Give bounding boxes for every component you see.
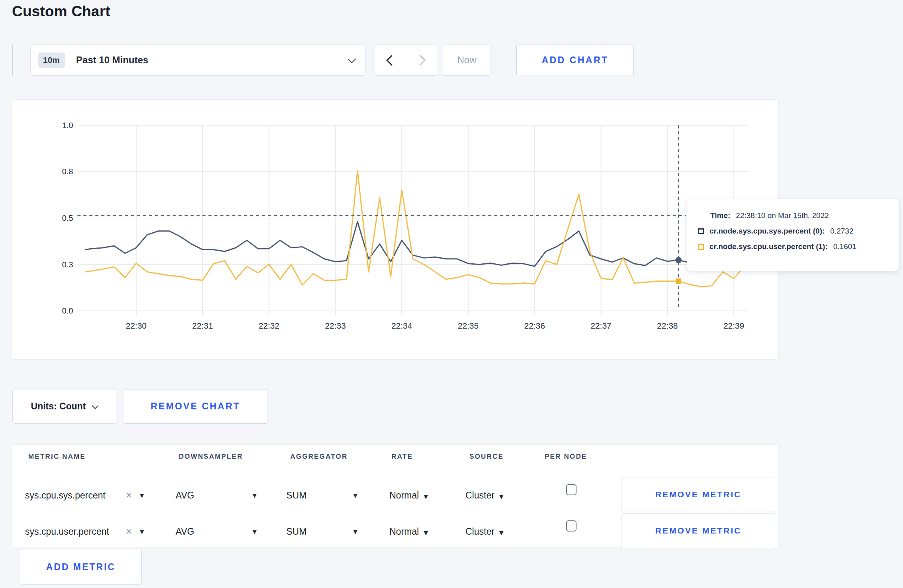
downsampler-select[interactable]: AVG (176, 525, 194, 538)
downsampler-select[interactable]: AVG (176, 489, 194, 502)
col-header-source: SOURCE (469, 453, 504, 461)
x-axis-tick-label: 22:37 (590, 321, 611, 330)
aggregator-caret-icon[interactable]: ▼ (353, 525, 358, 538)
x-axis-tick-label: 22:38 (657, 321, 678, 330)
source-select[interactable]: Cluster▼ (465, 525, 504, 538)
x-axis-tick-label: 22:35 (458, 321, 479, 330)
x-axis-tick-label: 22:30 (126, 321, 147, 330)
col-header-per-node: PER NODE (545, 453, 587, 461)
per-node-checkbox[interactable] (566, 520, 577, 532)
tooltip-sys-label: cr.node.sys.cpu.sys.percent (0): (710, 227, 825, 236)
next-interval-button[interactable] (406, 45, 437, 75)
tooltip-user-value: 0.1601 (833, 242, 856, 251)
cpu-line-chart: 1.00.80.50.30.022:3022:3122:3222:3322:34… (12, 100, 778, 359)
aggregator-select[interactable]: SUM (286, 525, 307, 538)
tooltip-series-row: cr.node.sys.cpu.sys.percent (0): 0.2732 (698, 227, 899, 236)
rate-value: Normal (389, 490, 419, 500)
page-title: Custom Chart (12, 3, 110, 20)
rate-caret-icon: ▼ (424, 493, 428, 500)
user-series-hover-dot (676, 278, 681, 284)
metric-name-value[interactable]: sys.cpu.user.percent (25, 525, 109, 538)
metric-name-value[interactable]: sys.cpu.sys.percent (25, 489, 106, 502)
x-axis-tick-label: 22:34 (391, 321, 412, 330)
x-axis-tick-label: 22:33 (325, 321, 346, 330)
x-axis-tick-label: 22:36 (524, 321, 545, 330)
tooltip-sys-value: 0.2732 (830, 227, 853, 236)
col-header-aggregator: AGGREGATOR (290, 453, 348, 461)
time-step-button-group (375, 45, 437, 76)
y-axis-tick-label: 0.0 (62, 306, 73, 315)
x-axis-tick-label: 22:39 (723, 321, 744, 330)
rate-select[interactable]: Normal▼ (389, 525, 428, 538)
y-axis-tick-label: 1.0 (62, 121, 73, 130)
chart-card[interactable]: 1.00.80.50.30.022:3022:3122:3222:3322:34… (12, 99, 779, 360)
time-range-label: Past 10 Minutes (76, 55, 148, 66)
prev-interval-button[interactable] (375, 45, 406, 75)
chevron-down-icon (348, 55, 356, 63)
rate-value: Normal (389, 526, 419, 537)
rate-caret-icon: ▼ (424, 530, 428, 536)
y-axis-tick-label: 0.3 (62, 260, 73, 269)
y-axis-tick-label: 0.8 (62, 167, 73, 176)
units-dropdown[interactable]: Units: Count (12, 389, 116, 424)
remove-metric-x-icon[interactable]: × (126, 489, 132, 502)
source-caret-icon: ▼ (499, 493, 504, 500)
sys-series-swatch-icon (698, 228, 704, 234)
remove-chart-button[interactable]: REMOVE CHART (123, 389, 268, 424)
chevron-right-icon (415, 55, 426, 66)
remove-metric-x-icon[interactable]: × (126, 525, 132, 538)
per-node-checkbox[interactable] (566, 484, 577, 495)
remove-metric-button[interactable]: REMOVE METRIC (622, 477, 775, 512)
source-select[interactable]: Cluster▼ (465, 489, 504, 502)
col-header-metric-name: METRIC NAME (28, 453, 86, 461)
downsampler-caret-icon[interactable]: ▼ (252, 525, 257, 538)
tooltip-series-row: cr.node.sys.cpu.user.percent (1): 0.1601 (698, 242, 899, 251)
add-chart-button[interactable]: ADD CHART (516, 45, 634, 76)
time-range-badge: 10m (38, 53, 65, 68)
units-label: Units: Count (31, 401, 86, 412)
add-metric-button[interactable]: ADD METRIC (20, 549, 142, 585)
col-header-rate: RATE (391, 453, 413, 461)
now-button[interactable]: Now (443, 45, 491, 76)
metric-dropdown-caret-icon[interactable]: ▼ (140, 489, 144, 502)
rate-select[interactable]: Normal▼ (389, 489, 428, 502)
tooltip-user-label: cr.node.sys.cpu.user.percent (1): (710, 242, 828, 251)
source-caret-icon: ▼ (499, 530, 504, 536)
series-line (85, 222, 748, 266)
x-axis-tick-label: 22:31 (192, 321, 213, 330)
chevron-down-icon (92, 402, 99, 409)
tooltip-time-row: Time: 22:38:10 on Mar 15th, 2022 (710, 211, 899, 220)
col-header-downsampler: DOWNSAMPLER (179, 453, 243, 461)
chart-tooltip: Time: 22:38:10 on Mar 15th, 2022 cr.node… (687, 199, 899, 271)
time-range-dropdown[interactable]: 10m Past 10 Minutes (30, 45, 366, 76)
y-axis-tick-label: 0.5 (62, 214, 73, 222)
metric-dropdown-caret-icon[interactable]: ▼ (140, 525, 144, 538)
source-value: Cluster (465, 490, 494, 500)
aggregator-select[interactable]: SUM (286, 489, 307, 502)
tooltip-time-label: Time: (710, 211, 730, 220)
aggregator-caret-icon[interactable]: ▼ (353, 489, 358, 502)
remove-metric-button[interactable]: REMOVE METRIC (622, 513, 775, 548)
toolbar-divider (12, 45, 13, 76)
tooltip-time-value: 22:38:10 on Mar 15th, 2022 (736, 211, 829, 220)
x-axis-tick-label: 22:32 (258, 321, 279, 330)
metrics-table: METRIC NAME DOWNSAMPLER AGGREGATOR RATE … (12, 444, 779, 548)
user-series-swatch-icon (698, 244, 704, 250)
source-value: Cluster (465, 526, 494, 537)
series-line (85, 171, 748, 287)
chevron-left-icon (386, 55, 397, 66)
downsampler-caret-icon[interactable]: ▼ (252, 489, 257, 502)
sys-series-hover-dot (675, 257, 682, 263)
